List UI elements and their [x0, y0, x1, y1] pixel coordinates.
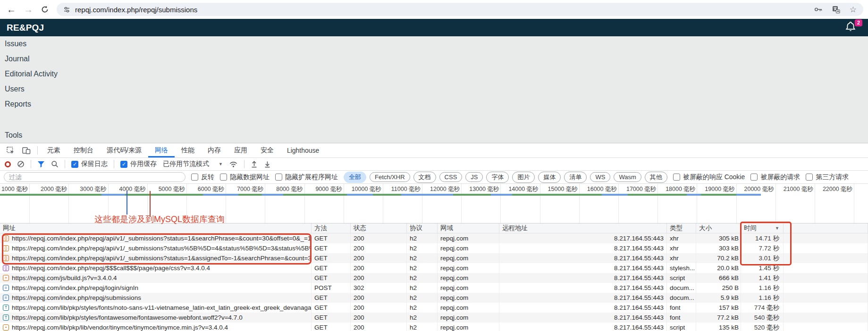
sidebar-item-journal[interactable]: Journal	[5, 55, 58, 70]
filter-pill-wasm[interactable]: Wasm	[614, 172, 641, 182]
third-party-option[interactable]: 第三方请求	[806, 173, 849, 182]
hide-extension-urls-option[interactable]: 隐藏扩展程序网址	[275, 173, 338, 182]
filter-pill-媒体[interactable]: 媒体	[538, 172, 561, 183]
sidebar-item-users[interactable]: Users	[5, 85, 58, 100]
filter-pill-全部[interactable]: 全部	[344, 172, 366, 183]
brand-logo[interactable]: RE&PQJ	[0, 23, 44, 33]
font-type-icon: T	[3, 305, 9, 311]
devtools-tab-元素[interactable]: 元素	[41, 143, 67, 157]
password-key-icon[interactable]	[814, 6, 823, 13]
preserve-log-option[interactable]: ✓ 保留日志	[71, 160, 108, 168]
column-header-url[interactable]: 网址	[0, 223, 312, 233]
checkbox-unchecked-icon[interactable]	[191, 174, 198, 181]
hide-data-urls-option[interactable]: 隐藏数据网址	[220, 173, 270, 182]
checkbox-unchecked-icon[interactable]	[806, 174, 813, 181]
request-protocol: h2	[407, 273, 438, 283]
device-toolbar-icon[interactable]	[18, 143, 34, 157]
column-header-type[interactable]: 类型	[667, 223, 696, 233]
table-row[interactable]: ▪https://repqj.com/js/build.js?v=3.4.0.4…	[0, 273, 868, 283]
timeline-tick: 10000 毫秒	[344, 184, 383, 223]
filter-input[interactable]	[4, 172, 185, 182]
url-text[interactable]: repqj.com/index.php/repqj/submissions	[75, 6, 809, 14]
table-row[interactable]: {}https://repqj.com/index.php/repqj/api/…	[0, 243, 868, 253]
devtools-tab-lighthouse[interactable]: Lighthouse	[280, 143, 326, 157]
disable-cache-label: 停用缓存	[130, 160, 157, 168]
filter-funnel-icon[interactable]	[37, 161, 45, 168]
disable-cache-option[interactable]: ✓ 停用缓存	[120, 160, 157, 168]
timeline-tick: 22000 毫秒	[815, 184, 854, 223]
translate-icon[interactable]	[832, 6, 840, 14]
filter-pill-图片[interactable]: 图片	[512, 172, 535, 183]
table-row[interactable]: Thttps://repqj.com/lib/pkp/styles/fontaw…	[0, 313, 868, 323]
devtools-tab-安全[interactable]: 安全	[254, 143, 280, 157]
export-har-icon[interactable]	[264, 160, 271, 168]
table-row[interactable]: Thttps://repqj.com/lib/pkp/styles/fonts/…	[0, 303, 868, 313]
request-status: 200	[351, 323, 407, 331]
sidebar-item-issues[interactable]: Issues	[5, 40, 58, 55]
network-filter-bar: 反转 隐藏数据网址 隐藏扩展程序网址 全部Fetch/XHR文档CSSJS字体图…	[0, 171, 868, 184]
sidebar-item-tools[interactable]: Tools	[5, 131, 22, 140]
checkbox-unchecked-icon[interactable]	[673, 174, 680, 181]
throttling-select[interactable]: 已停用节流模式 ▼	[163, 160, 223, 168]
forward-icon[interactable]: →	[24, 5, 33, 14]
overview-band-blue	[347, 194, 373, 196]
devtools-tab-性能[interactable]: 性能	[175, 143, 201, 157]
column-header-size[interactable]: 大小	[696, 223, 741, 233]
sidebar-item-reports[interactable]: Reports	[5, 100, 58, 115]
sidebar-item-editorial-activity[interactable]: Editorial Activity	[5, 70, 58, 85]
checkbox-checked-icon[interactable]: ✓	[71, 161, 78, 168]
request-method: GET	[312, 313, 351, 323]
blocked-cookies-option[interactable]: 被屏蔽的响应 Cookie	[673, 173, 745, 182]
checkbox-unchecked-icon[interactable]	[750, 174, 758, 181]
table-row[interactable]: ▪https://repqj.com/lib/pkp/lib/vendor/ti…	[0, 323, 868, 331]
filter-pill-字体[interactable]: 字体	[486, 172, 509, 183]
import-har-icon[interactable]	[251, 160, 258, 168]
filter-pill-js[interactable]: JS	[465, 172, 483, 182]
invert-filter-option[interactable]: 反转	[191, 173, 214, 182]
request-url: https://repqj.com/index.php/repqj/$$$cal…	[12, 265, 210, 272]
notifications-bell[interactable]: 2	[845, 21, 860, 34]
table-row[interactable]: {}https://repqj.com/index.php/repqj/api/…	[0, 233, 868, 243]
filter-pill-ws[interactable]: WS	[590, 172, 610, 182]
devtools-tab-应用[interactable]: 应用	[228, 143, 254, 157]
inspect-element-icon[interactable]	[3, 143, 18, 157]
column-header-domain[interactable]: 网域	[438, 223, 499, 233]
site-settings-icon[interactable]	[63, 6, 70, 13]
devtools-tab-源代码-来源[interactable]: 源代码/来源	[100, 143, 148, 157]
refresh-icon[interactable]	[41, 5, 49, 14]
filter-pill-fetch-xhr[interactable]: Fetch/XHR	[370, 172, 410, 182]
checkbox-unchecked-icon[interactable]	[220, 174, 227, 181]
preserve-log-label: 保留日志	[81, 160, 108, 168]
bookmark-star-icon[interactable]: ☆	[850, 5, 857, 15]
filter-pill-清单[interactable]: 清单	[564, 172, 587, 183]
overview-band-blue	[401, 194, 453, 196]
column-header-time[interactable]: 时间 ▼	[741, 223, 784, 233]
filter-pill-文档[interactable]: 文档	[413, 172, 436, 183]
column-header-remote-address[interactable]: 远程地址	[499, 223, 667, 233]
table-row[interactable]: {}https://repqj.com/index.php/repqj/$$$c…	[0, 263, 868, 273]
network-conditions-icon[interactable]	[229, 160, 238, 168]
blocked-requests-option[interactable]: 被屏蔽的请求	[750, 173, 800, 182]
search-icon[interactable]	[51, 160, 59, 168]
column-header-status[interactable]: 状态	[351, 223, 407, 233]
filter-pill-其他[interactable]: 其他	[645, 172, 667, 183]
request-method: GET	[312, 273, 351, 283]
clear-network-log-icon[interactable]	[17, 160, 25, 168]
table-row[interactable]: {}https://repqj.com/index.php/repqj/api/…	[0, 253, 868, 263]
back-icon[interactable]: ←	[7, 5, 16, 14]
address-bar[interactable]: repqj.com/index.php/repqj/submissions ☆	[57, 3, 863, 16]
request-type: font	[667, 313, 696, 323]
checkbox-checked-icon[interactable]: ✓	[120, 161, 127, 168]
filter-pill-css[interactable]: CSS	[439, 172, 463, 182]
column-header-protocol[interactable]: 协议	[407, 223, 438, 233]
devtools-tab-控制台[interactable]: 控制台	[67, 143, 100, 157]
checkbox-unchecked-icon[interactable]	[275, 174, 282, 181]
column-header-method[interactable]: 方法	[312, 223, 351, 233]
table-row[interactable]: ≡https://repqj.com/index.php/repqj/login…	[0, 283, 868, 293]
row-filler	[784, 313, 868, 323]
devtools-tab-网络[interactable]: 网络	[148, 143, 175, 157]
devtools-tab-内存[interactable]: 内存	[201, 143, 228, 157]
request-domain: repqj.com	[438, 243, 499, 253]
record-network-log-icon[interactable]	[5, 161, 11, 167]
table-row[interactable]: ≡https://repqj.com/index.php/repqj/submi…	[0, 293, 868, 303]
